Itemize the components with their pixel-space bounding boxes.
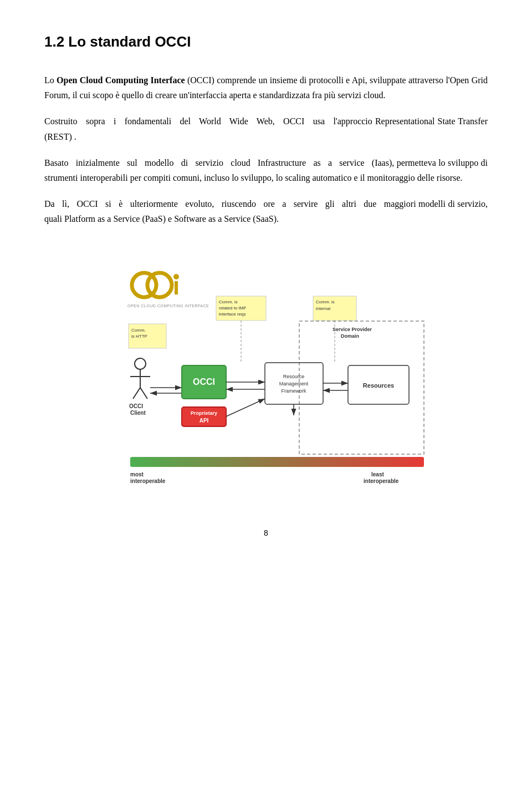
svg-text:OCCI: OCCI [193, 377, 215, 387]
svg-point-3 [173, 274, 179, 279]
svg-text:Comm. is: Comm. is [219, 299, 238, 304]
svg-text:Client: Client [130, 410, 146, 416]
svg-text:most: most [130, 471, 144, 477]
svg-text:Resources: Resources [363, 382, 394, 389]
svg-text:OPEN CLOUD COMPUTING INTERFACE: OPEN CLOUD COMPUTING INTERFACE [127, 304, 209, 308]
diagram-svg: OPEN CLOUD COMPUTING INTERFACE Comm. is … [100, 249, 432, 504]
section-title: 1.2 Lo standard OCCI [44, 33, 488, 50]
paragraph-2: Costruito sopra i fondamentali del World… [44, 114, 488, 144]
svg-text:Service Provider: Service Provider [332, 327, 372, 332]
svg-rect-4 [175, 281, 178, 294]
svg-text:Resource: Resource [283, 374, 305, 379]
svg-text:Proprietary: Proprietary [191, 410, 217, 416]
page-number: 8 [44, 528, 488, 537]
svg-text:related to IMF: related to IMF [219, 306, 246, 311]
svg-text:Framework: Framework [281, 388, 306, 394]
svg-text:Comm. is: Comm. is [316, 299, 335, 304]
occi-diagram: OPEN CLOUD COMPUTING INTERFACE Comm. is … [44, 249, 488, 506]
paragraph-4: Da lì, OCCI si è ulteriormente evoluto, … [44, 196, 488, 226]
paragraph-1: Lo Open Cloud Computing Interface (OCCI)… [44, 73, 488, 103]
svg-text:interoperable: interoperable [130, 478, 166, 484]
svg-text:Comm.: Comm. [131, 328, 146, 333]
svg-rect-48 [130, 457, 424, 467]
svg-text:Management: Management [279, 381, 309, 387]
svg-text:Domain: Domain [341, 333, 359, 339]
svg-text:least: least [371, 471, 384, 477]
svg-text:OCCI: OCCI [129, 403, 143, 409]
svg-text:interface reqs: interface reqs [219, 312, 245, 317]
svg-text:is HTTP: is HTTP [131, 334, 147, 339]
svg-text:interoperable: interoperable [364, 478, 399, 484]
paragraph-3: Basato inizialmente sul modello di servi… [44, 155, 488, 185]
svg-text:API: API [200, 418, 209, 424]
svg-text:internal: internal [316, 306, 330, 311]
